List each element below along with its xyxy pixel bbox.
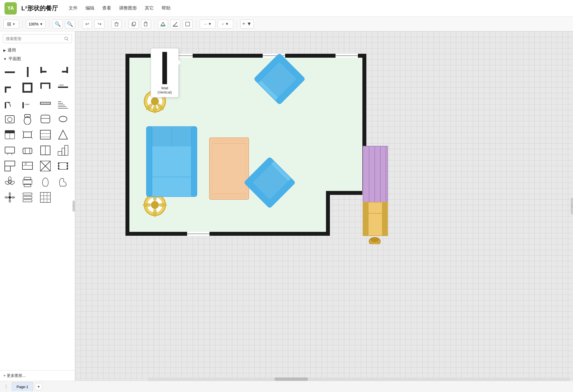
redo-icon: ↪ [98,21,101,27]
svg-rect-19 [62,71,68,73]
search-input[interactable] [6,36,64,41]
zoom-display[interactable]: 100% ▼ [26,20,46,29]
shape-grid-box[interactable] [38,190,53,205]
add-button[interactable]: + ▼ [240,20,254,29]
line-color-icon [173,22,178,27]
paste-button[interactable] [141,20,151,29]
svg-point-140 [159,203,167,207]
shape-cross[interactable] [38,158,53,174]
redo-button[interactable]: ↪ [94,20,104,29]
separator-2 [49,20,49,28]
shape-sink[interactable] [2,111,17,127]
svg-rect-57 [40,130,50,139]
layout-dropdown-arrow: ▼ [12,22,15,26]
section-general-arrow: ▶ [3,48,6,52]
shape-bookshelf[interactable] [38,127,53,142]
shape-stairs[interactable] [55,96,71,111]
more-shapes-button[interactable]: + 更多图形... [0,370,75,381]
add-page-button[interactable]: + [35,383,43,391]
shapes-grid: Label Label [0,63,75,206]
page-menu-btn[interactable]: ⋮ [2,383,10,391]
copy-button[interactable] [129,20,139,29]
svg-rect-52 [24,132,31,137]
undo-button[interactable]: ↩ [82,20,92,29]
shape-misc1[interactable] [55,111,71,127]
shape-toilet[interactable] [20,111,35,127]
svg-rect-82 [58,165,59,167]
svg-rect-61 [5,147,15,153]
sidebar-resize-handle[interactable]: ⋮ [73,200,75,212]
shape-wall-corner-bl[interactable] [2,80,17,95]
shape-foot[interactable] [55,174,71,189]
menu-adjust[interactable]: 调整图形 [118,4,138,12]
fill-button[interactable] [158,20,168,29]
shape-vase[interactable] [38,174,53,189]
shape-tv[interactable] [2,143,17,158]
line-color-button[interactable] [170,20,180,29]
shape-room[interactable] [20,80,35,95]
svg-point-94 [8,196,11,199]
svg-marker-7 [161,22,165,25]
search-box[interactable] [3,34,72,43]
shape-stairs2[interactable] [55,143,71,158]
paste-icon [143,22,148,27]
shape-wall-n[interactable] [38,80,53,95]
zoom-in-button[interactable]: 🔍 [53,20,63,29]
zoom-in-icon: 🔍 [55,21,61,27]
shape-door-right[interactable]: Label [20,96,35,111]
section-floorplan-arrow: ▼ [3,57,7,61]
shape-printer[interactable] [20,174,35,189]
canvas-resize-handle[interactable]: ⋮ [571,198,573,214]
svg-rect-113 [326,191,330,236]
svg-rect-11 [186,22,190,26]
canvas-area[interactable]: Wall (Vertical) [75,31,573,381]
separator-7 [196,20,196,28]
shape-corner-l[interactable] [2,158,17,174]
waypoint-button[interactable]: ⌐ ▼ [218,20,233,29]
menu-view[interactable]: 查看 [102,4,112,12]
shape-wall-v[interactable] [20,64,35,80]
shape-wall-label[interactable]: Label [55,80,71,95]
shape-icon [185,22,190,27]
app-title: L²形状的餐厅 [21,4,58,13]
shape-wall-corner-tr[interactable] [55,64,71,80]
shape-bed[interactable] [2,127,17,142]
shape-table[interactable] [20,127,35,142]
shape-fan[interactable] [2,174,17,189]
svg-line-55 [22,137,24,139]
svg-rect-15 [27,67,29,77]
shape-lamp[interactable] [55,127,71,142]
shape-wall-corner-tl[interactable] [38,64,53,80]
menu-help[interactable]: 帮助 [161,4,171,12]
page-tab-1[interactable]: Page-1 [12,382,33,391]
bottom-bar: ⋮ Page-1 + [0,381,573,392]
shape-monitor[interactable] [20,158,35,174]
connector-button[interactable]: → ▼ [200,20,215,29]
zoom-out-button[interactable]: 🔎 [65,20,75,29]
shape-wall-h[interactable] [2,64,17,80]
shape-window[interactable] [38,96,53,111]
svg-rect-76 [25,163,27,165]
svg-rect-73 [5,161,15,166]
svg-rect-101 [23,200,32,202]
section-general[interactable]: ▶ 通用 [0,46,75,55]
shape-film[interactable] [55,158,71,174]
menu-file[interactable]: 文件 [68,4,78,12]
svg-rect-85 [67,165,68,167]
svg-rect-144 [146,127,152,197]
shape-server[interactable] [20,190,35,205]
shape-bathtub[interactable] [38,111,53,127]
section-floorplan[interactable]: ▼ 平面图 [0,55,75,63]
svg-text:Label: Label [59,84,64,86]
horizontal-scrollbar[interactable] [148,377,570,381]
shape-button[interactable] [183,20,193,29]
menu-edit[interactable]: 编辑 [85,4,95,12]
svg-rect-84 [67,163,68,164]
delete-button[interactable] [111,20,122,29]
shape-door-left[interactable] [2,96,17,111]
menu-other[interactable]: 其它 [144,4,154,12]
layout-button[interactable]: ⊞ ▼ [3,20,19,29]
shape-flower[interactable] [2,190,17,205]
shape-sofa[interactable] [20,143,35,158]
shape-wardrobe[interactable] [38,143,53,158]
